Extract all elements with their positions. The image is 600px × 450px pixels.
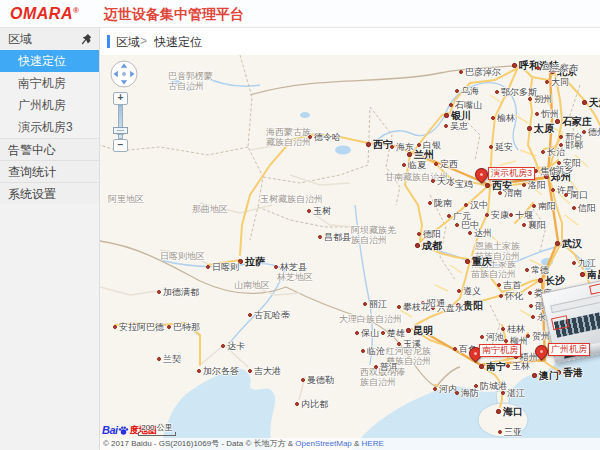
map-marker-label-0[interactable]: 演示机房3 (488, 167, 535, 180)
sidebar-item-label: 广州机房 (18, 98, 66, 112)
sidebar-item-label: 南宁机房 (18, 76, 66, 90)
sidebar-item-2[interactable]: 南宁机房 (0, 72, 99, 94)
sidebar-item-5[interactable]: 告警中心 (0, 138, 99, 160)
sidebar-item-label: 查询统计 (8, 165, 56, 179)
scale-bar (138, 432, 176, 436)
scale-label: 200 公里 (138, 423, 176, 432)
sidebar-item-label: 快速定位 (18, 54, 66, 68)
map-markers-layer: 演示机房3南宁机房广州机房 (100, 55, 600, 450)
sidebar-menu: 区域快速定位南宁机房广州机房演示机房3告警中心查询统计系统设置 (0, 28, 100, 450)
baidu-logo-latin: Bai (102, 424, 118, 436)
sidebar-item-label: 告警中心 (8, 143, 56, 157)
breadcrumb-accent-bar (107, 35, 110, 48)
sidebar-item-label: 区域 (8, 32, 32, 46)
brand-logo: OMARA® (10, 5, 79, 23)
sidebar-item-1[interactable]: 快速定位 (0, 50, 99, 72)
sidebar-item-0[interactable]: 区域 (0, 28, 99, 50)
breadcrumb-root[interactable]: 区域 (116, 34, 140, 51)
attribution-text: © 2017 Baidu - GS(2016)1069号 - Data © 长地… (103, 439, 295, 448)
attribution-here-link[interactable]: HERE (362, 439, 384, 448)
baidu-paw-icon (118, 425, 129, 436)
attribution-osm-link[interactable]: OpenStreetMap (295, 439, 351, 448)
attribution-text: & (352, 439, 362, 448)
compass-icon (110, 60, 138, 88)
sidebar-item-4[interactable]: 演示机房3 (0, 116, 99, 138)
map-marker-label-2[interactable]: 广州机房 (548, 343, 590, 356)
page-title: 迈世设备集中管理平台 (104, 6, 244, 24)
app-window: OMARA® 迈世设备集中管理平台 区域快速定位南宁机房广州机房演示机房3告警中… (0, 0, 600, 450)
zoom-slider-handle[interactable] (113, 127, 128, 134)
sidebar-item-label: 系统设置 (8, 187, 56, 201)
sidebar-item-label: 演示机房3 (18, 120, 73, 134)
registered-mark: ® (73, 6, 79, 15)
breadcrumb-separator: > (140, 34, 147, 48)
sidebar-item-7[interactable]: 系统设置 (0, 182, 99, 204)
map-attribution: © 2017 Baidu - GS(2016)1069号 - Data © 长地… (100, 438, 600, 450)
breadcrumb: 区域 > 快速定位 (100, 28, 600, 55)
sidebar-item-6[interactable]: 查询统计 (0, 160, 99, 182)
zoom-out-button[interactable]: − (113, 139, 128, 152)
map-scale: 200 公里 (138, 423, 176, 436)
zoom-in-button[interactable]: + (113, 92, 128, 105)
top-bar: OMARA® 迈世设备集中管理平台 (0, 0, 600, 28)
map-pan-control[interactable] (110, 60, 138, 88)
map-marker-label-1[interactable]: 南宁机房 (479, 344, 521, 357)
sidebar-item-3[interactable]: 广州机房 (0, 94, 99, 116)
pin-icon (80, 32, 94, 46)
breadcrumb-current: 快速定位 (154, 34, 202, 51)
map-canvas[interactable]: 巴音郭楞蒙 古自治州海西蒙古族 藏族自治州阿里地区那曲地区玉树藏族自治州日喀则地… (100, 55, 600, 450)
